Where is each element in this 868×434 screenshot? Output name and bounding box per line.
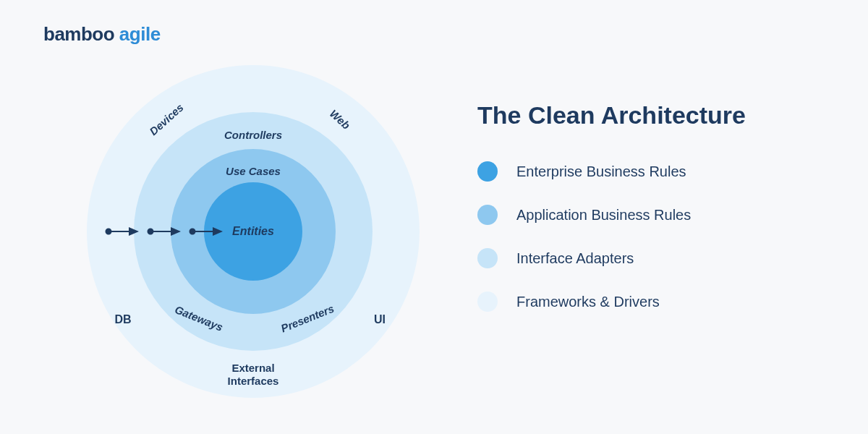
clean-architecture-diagram: Entities Use Cases Controllers Gateways … [87, 65, 420, 398]
label-use-cases: Use Cases [226, 165, 281, 177]
legend-item: Enterprise Business Rules [477, 161, 839, 182]
label-entities: Entities [232, 225, 274, 238]
label-ui: UI [374, 313, 386, 326]
legend: Enterprise Business Rules Application Bu… [477, 161, 839, 312]
label-db: DB [114, 313, 131, 326]
label-controllers: Controllers [224, 129, 282, 141]
legend-label: Frameworks & Drivers [516, 294, 660, 310]
legend-item: Frameworks & Drivers [477, 292, 839, 312]
right-panel: The Clean Architecture Enterprise Busine… [477, 101, 839, 312]
legend-label: Interface Adapters [516, 250, 634, 267]
legend-swatch [477, 205, 498, 225]
stage: Entities Use Cases Controllers Gateways … [0, 0, 868, 434]
legend-item: Interface Adapters [477, 248, 839, 268]
legend-swatch [477, 248, 498, 268]
legend-label: Enterprise Business Rules [516, 163, 686, 180]
legend-item: Application Business Rules [477, 205, 839, 225]
diagram-title: The Clean Architecture [477, 101, 839, 129]
label-external-interfaces: External Interfaces [228, 362, 279, 388]
legend-swatch [477, 292, 498, 312]
legend-swatch [477, 161, 498, 182]
legend-label: Application Business Rules [516, 207, 691, 224]
